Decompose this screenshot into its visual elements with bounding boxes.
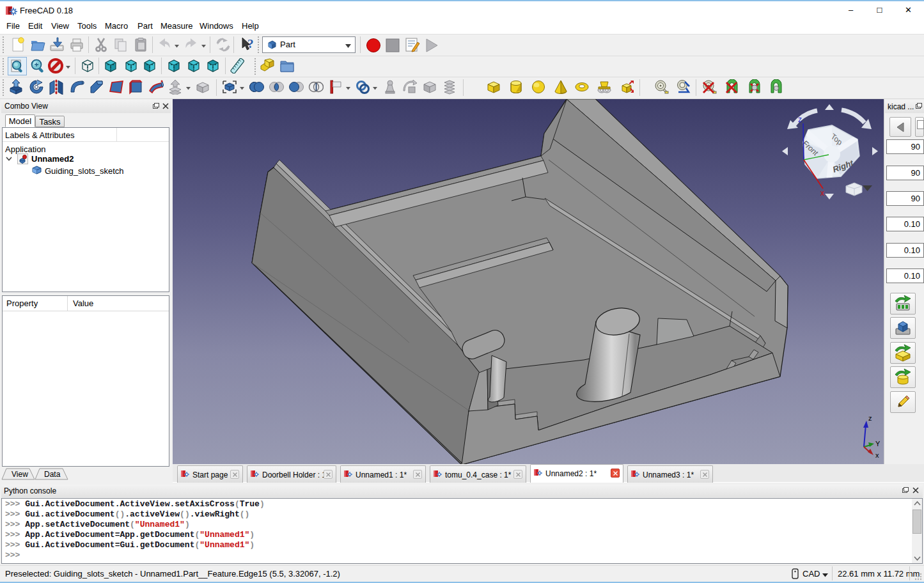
svg-text:Data: Data <box>44 470 61 479</box>
svg-text:x: x <box>875 451 879 459</box>
svg-text:?: ? <box>247 37 254 51</box>
svg-text:z: z <box>798 115 802 124</box>
svg-text:x: x <box>820 189 824 198</box>
svg-text:Y: Y <box>875 440 880 447</box>
svg-text:z: z <box>868 416 872 422</box>
svg-text:View: View <box>12 470 28 479</box>
